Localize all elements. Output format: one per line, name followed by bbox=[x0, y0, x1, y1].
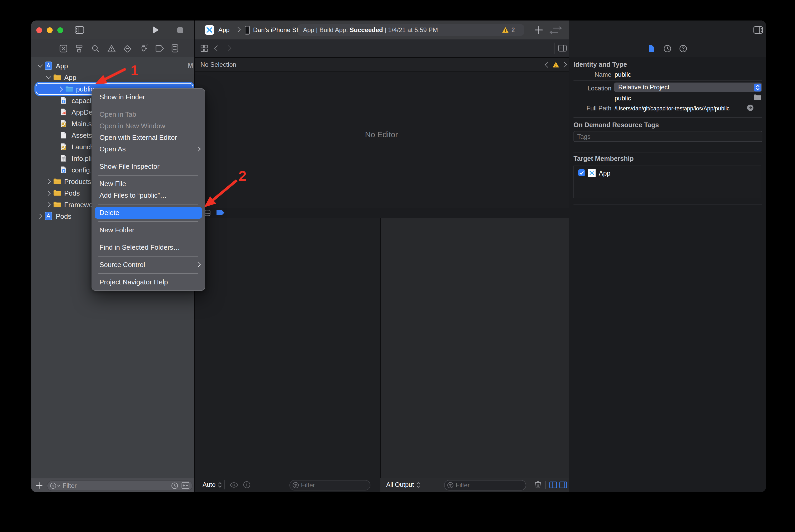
clear-console-icon[interactable] bbox=[535, 480, 541, 488]
tab-overview-icon[interactable] bbox=[200, 45, 208, 52]
filter-icon bbox=[50, 482, 60, 489]
menu-item-new-folder[interactable]: New Folder bbox=[92, 224, 205, 236]
report-navigator-tab[interactable] bbox=[171, 44, 178, 53]
sidebar-item-app-project[interactable]: App M bbox=[31, 60, 200, 72]
menu-item-show-in-finder[interactable]: Show in Finder bbox=[92, 91, 205, 103]
toggle-inspector-icon[interactable] bbox=[754, 26, 763, 34]
storyboard-file-icon bbox=[60, 120, 69, 127]
console-filter-input[interactable] bbox=[454, 481, 526, 489]
minimize-button[interactable] bbox=[47, 27, 53, 33]
view-memory-icon[interactable] bbox=[229, 482, 238, 488]
debug-split-divider[interactable] bbox=[380, 218, 381, 492]
variables-filter-input[interactable] bbox=[299, 481, 370, 489]
toggle-navigator-icon[interactable] bbox=[75, 26, 84, 34]
inspector-tab-bar bbox=[569, 39, 766, 57]
editor-inspector-divider[interactable] bbox=[569, 20, 569, 492]
add-file-button[interactable] bbox=[36, 482, 42, 489]
debug-area-icon[interactable] bbox=[205, 209, 211, 216]
menu-item-source-control[interactable]: Source Control bbox=[92, 259, 205, 270]
divider bbox=[545, 481, 546, 489]
chevron-expanded-icon[interactable] bbox=[37, 63, 43, 69]
history-inspector-tab[interactable] bbox=[664, 45, 671, 53]
chevron-collapsed-icon[interactable] bbox=[37, 213, 43, 219]
chevron-collapsed-icon[interactable] bbox=[58, 86, 64, 92]
find-navigator-tab[interactable] bbox=[92, 45, 100, 53]
chevron-collapsed-icon[interactable] bbox=[46, 178, 52, 184]
no-editor-placeholder: No Editor bbox=[194, 130, 569, 139]
toggle-console-view-icon[interactable] bbox=[559, 481, 567, 488]
jump-bar-selection[interactable]: No Selection bbox=[200, 61, 236, 68]
breakpoint-navigator-tab[interactable] bbox=[155, 45, 164, 52]
reveal-folder-icon[interactable] bbox=[754, 94, 761, 100]
scheme-selector[interactable]: App bbox=[218, 26, 230, 34]
issue-navigator-tab[interactable] bbox=[107, 45, 116, 53]
tags-field[interactable] bbox=[574, 131, 762, 142]
go-forward-icon[interactable] bbox=[225, 45, 232, 52]
help-inspector-tab[interactable] bbox=[679, 45, 687, 53]
symbol-navigator-tab[interactable] bbox=[75, 45, 83, 53]
run-button[interactable] bbox=[152, 26, 159, 34]
code-review-icon[interactable] bbox=[549, 26, 562, 34]
context-menu: Show in Finder Open in Tab Open in New W… bbox=[92, 88, 205, 291]
next-issue-icon[interactable] bbox=[561, 62, 567, 68]
add-editor-icon[interactable] bbox=[558, 45, 567, 52]
activity-status[interactable]: App | Build App: Succeeded | 1/4/21 at 5… bbox=[298, 24, 524, 36]
menu-item-open-with-external-editor[interactable]: Open with External Editor bbox=[92, 132, 205, 143]
chevron-up-down-icon bbox=[754, 83, 761, 91]
source-control-filter-icon[interactable] bbox=[182, 482, 189, 489]
file-inspector-tab[interactable] bbox=[648, 45, 654, 53]
console-filter-field[interactable] bbox=[444, 480, 526, 491]
menu-item-show-file-inspector[interactable]: Show File Inspector bbox=[92, 160, 205, 172]
console-scope-selector[interactable]: All Output bbox=[386, 481, 420, 488]
go-back-icon[interactable] bbox=[214, 45, 220, 52]
storyboard-file-icon bbox=[60, 143, 69, 150]
target-checkbox[interactable] bbox=[578, 169, 585, 176]
zoom-button[interactable] bbox=[57, 27, 63, 33]
typescript-file-icon bbox=[60, 97, 69, 104]
warning-icon bbox=[502, 27, 509, 33]
sidebar-item-app-folder[interactable]: App bbox=[31, 72, 209, 83]
menu-item-new-file[interactable]: New File bbox=[92, 178, 205, 190]
menu-item-open-as[interactable]: Open As bbox=[92, 143, 205, 155]
menu-item-open-in-tab[interactable]: Open in Tab bbox=[92, 109, 205, 120]
debug-navigator-tab[interactable] bbox=[140, 44, 148, 53]
info-icon[interactable] bbox=[243, 481, 250, 488]
source-control-navigator-tab[interactable] bbox=[59, 45, 67, 53]
location-label: Location bbox=[574, 84, 611, 92]
warning-icon[interactable] bbox=[553, 61, 559, 68]
stop-button[interactable] bbox=[177, 27, 183, 33]
toggle-variables-view-icon[interactable] bbox=[549, 481, 557, 488]
name-value[interactable]: public bbox=[615, 71, 631, 78]
add-button[interactable] bbox=[535, 26, 543, 34]
open-path-arrow-icon[interactable] bbox=[747, 104, 754, 111]
previous-issue-icon[interactable] bbox=[545, 62, 551, 68]
chevron-expanded-icon[interactable] bbox=[46, 74, 52, 80]
menu-item-delete[interactable]: Delete bbox=[95, 207, 202, 218]
menu-separator bbox=[98, 157, 198, 158]
tags-input[interactable] bbox=[574, 133, 762, 140]
folder-blue-icon bbox=[65, 86, 73, 92]
menu-item-project-navigator-help[interactable]: Project Navigator Help bbox=[92, 276, 205, 288]
device-selector[interactable]: Dan's iPhone SE bbox=[253, 26, 301, 34]
app-target-icon bbox=[588, 169, 596, 176]
variables-scope-selector[interactable]: Auto bbox=[202, 481, 222, 488]
close-button[interactable] bbox=[36, 27, 42, 33]
navigator-filter-input[interactable] bbox=[60, 482, 171, 489]
menu-item-find-in-selected-folders[interactable]: Find in Selected Folders… bbox=[92, 242, 205, 253]
navigator-filter-field[interactable] bbox=[47, 480, 193, 491]
jump-bar: No Selection bbox=[194, 58, 569, 72]
console-view bbox=[380, 218, 569, 492]
chevron-collapsed-icon[interactable] bbox=[46, 190, 52, 196]
warning-count-badge[interactable]: 2 bbox=[511, 26, 515, 33]
breakpoints-toggle-icon[interactable] bbox=[216, 210, 225, 215]
odr-section-header: On Demand Resource Tags bbox=[574, 121, 659, 129]
test-navigator-tab[interactable] bbox=[123, 45, 131, 53]
location-dropdown[interactable]: Relative to Project bbox=[614, 82, 762, 92]
status-text: App | Build App: Succeeded | 1/4/21 at 5… bbox=[303, 26, 438, 34]
recent-files-icon[interactable] bbox=[171, 482, 178, 489]
navigator-filter-bar bbox=[31, 478, 194, 492]
chevron-collapsed-icon[interactable] bbox=[46, 202, 52, 207]
menu-item-add-files[interactable]: Add Files to “public”… bbox=[92, 190, 205, 201]
menu-item-open-in-new-window[interactable]: Open in New Window bbox=[92, 120, 205, 132]
variables-filter-field[interactable] bbox=[289, 480, 371, 491]
